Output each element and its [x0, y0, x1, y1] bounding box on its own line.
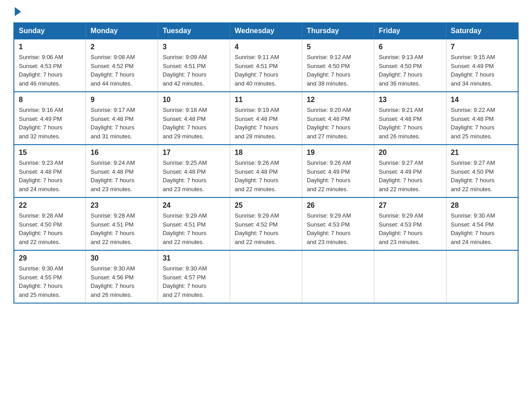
day-number: 25 — [235, 201, 297, 210]
day-number: 23 — [90, 201, 153, 210]
calendar-header-row: SundayMondayTuesdayWednesdayThursdayFrid… — [14, 23, 518, 39]
day-info: Sunrise: 9:18 AM Sunset: 4:48 PM Dayligh… — [163, 106, 225, 141]
calendar-cell: 22 Sunrise: 9:28 AM Sunset: 4:50 PM Dayl… — [14, 197, 86, 250]
day-number: 11 — [235, 96, 297, 104]
day-number: 24 — [163, 201, 225, 210]
day-number: 17 — [163, 149, 225, 157]
day-info: Sunrise: 9:26 AM Sunset: 4:48 PM Dayligh… — [235, 158, 297, 193]
day-info: Sunrise: 9:28 AM Sunset: 4:51 PM Dayligh… — [90, 211, 153, 246]
day-number: 29 — [19, 254, 81, 262]
day-info: Sunrise: 9:29 AM Sunset: 4:53 PM Dayligh… — [379, 211, 442, 246]
day-info: Sunrise: 9:16 AM Sunset: 4:49 PM Dayligh… — [19, 106, 81, 141]
calendar-cell: 12 Sunrise: 9:20 AM Sunset: 4:48 PM Dayl… — [302, 92, 374, 145]
day-info: Sunrise: 9:29 AM Sunset: 4:52 PM Dayligh… — [235, 211, 297, 246]
header-sunday: Sunday — [14, 23, 86, 39]
calendar-cell: 6 Sunrise: 9:13 AM Sunset: 4:50 PM Dayli… — [374, 39, 446, 92]
header-saturday: Saturday — [446, 23, 518, 39]
day-info: Sunrise: 9:30 AM Sunset: 4:56 PM Dayligh… — [90, 264, 153, 299]
day-info: Sunrise: 9:06 AM Sunset: 4:53 PM Dayligh… — [19, 53, 81, 88]
day-number: 8 — [19, 96, 81, 104]
calendar-cell — [446, 250, 518, 303]
header-tuesday: Tuesday — [158, 23, 230, 39]
calendar-cell: 4 Sunrise: 9:11 AM Sunset: 4:51 PM Dayli… — [230, 39, 302, 92]
calendar-cell: 19 Sunrise: 9:26 AM Sunset: 4:49 PM Dayl… — [302, 145, 374, 197]
week-row-2: 8 Sunrise: 9:16 AM Sunset: 4:49 PM Dayli… — [14, 92, 518, 145]
day-info: Sunrise: 9:11 AM Sunset: 4:51 PM Dayligh… — [235, 53, 297, 88]
day-number: 26 — [307, 201, 369, 210]
calendar-cell: 9 Sunrise: 9:17 AM Sunset: 4:48 PM Dayli… — [86, 92, 158, 145]
day-number: 19 — [307, 149, 369, 157]
day-number: 7 — [451, 43, 513, 51]
calendar-cell: 5 Sunrise: 9:12 AM Sunset: 4:50 PM Dayli… — [302, 39, 374, 92]
calendar-cell: 2 Sunrise: 9:08 AM Sunset: 4:52 PM Dayli… — [86, 39, 158, 92]
calendar-cell: 8 Sunrise: 9:16 AM Sunset: 4:49 PM Dayli… — [14, 92, 86, 145]
day-info: Sunrise: 9:22 AM Sunset: 4:48 PM Dayligh… — [451, 106, 513, 141]
day-info: Sunrise: 9:08 AM Sunset: 4:52 PM Dayligh… — [90, 53, 153, 88]
day-number: 27 — [379, 201, 442, 210]
calendar-cell: 31 Sunrise: 9:30 AM Sunset: 4:57 PM Dayl… — [158, 250, 230, 303]
header-thursday: Thursday — [302, 23, 374, 39]
day-number: 13 — [379, 96, 442, 104]
calendar-table: SundayMondayTuesdayWednesdayThursdayFrid… — [13, 22, 519, 304]
day-number: 14 — [451, 96, 513, 104]
day-number: 15 — [19, 149, 81, 157]
calendar-cell: 21 Sunrise: 9:27 AM Sunset: 4:50 PM Dayl… — [446, 145, 518, 197]
day-info: Sunrise: 9:19 AM Sunset: 4:48 PM Dayligh… — [235, 106, 297, 141]
calendar-cell: 27 Sunrise: 9:29 AM Sunset: 4:53 PM Dayl… — [374, 197, 446, 250]
day-info: Sunrise: 9:30 AM Sunset: 4:55 PM Dayligh… — [19, 264, 81, 299]
calendar-cell: 7 Sunrise: 9:15 AM Sunset: 4:49 PM Dayli… — [446, 39, 518, 92]
logo-arrow-icon — [15, 7, 21, 16]
day-number: 31 — [163, 254, 225, 262]
day-number: 16 — [90, 149, 153, 157]
logo — [13, 9, 21, 13]
day-number: 3 — [163, 43, 225, 51]
day-number: 18 — [235, 149, 297, 157]
day-number: 1 — [19, 43, 81, 51]
day-info: Sunrise: 9:23 AM Sunset: 4:48 PM Dayligh… — [19, 158, 81, 193]
calendar-cell: 13 Sunrise: 9:21 AM Sunset: 4:48 PM Dayl… — [374, 92, 446, 145]
day-info: Sunrise: 9:30 AM Sunset: 4:57 PM Dayligh… — [163, 264, 225, 299]
day-info: Sunrise: 9:21 AM Sunset: 4:48 PM Dayligh… — [379, 106, 442, 141]
calendar-cell: 3 Sunrise: 9:09 AM Sunset: 4:51 PM Dayli… — [158, 39, 230, 92]
day-info: Sunrise: 9:28 AM Sunset: 4:50 PM Dayligh… — [19, 211, 81, 246]
week-row-1: 1 Sunrise: 9:06 AM Sunset: 4:53 PM Dayli… — [14, 39, 518, 92]
calendar-cell: 15 Sunrise: 9:23 AM Sunset: 4:48 PM Dayl… — [14, 145, 86, 197]
day-number: 30 — [90, 254, 153, 262]
calendar-cell: 18 Sunrise: 9:26 AM Sunset: 4:48 PM Dayl… — [230, 145, 302, 197]
calendar-cell: 20 Sunrise: 9:27 AM Sunset: 4:49 PM Dayl… — [374, 145, 446, 197]
day-number: 5 — [307, 43, 369, 51]
calendar-cell: 29 Sunrise: 9:30 AM Sunset: 4:55 PM Dayl… — [14, 250, 86, 303]
calendar-cell — [374, 250, 446, 303]
calendar-cell: 10 Sunrise: 9:18 AM Sunset: 4:48 PM Dayl… — [158, 92, 230, 145]
day-number: 12 — [307, 96, 369, 104]
day-number: 20 — [379, 149, 442, 157]
week-row-5: 29 Sunrise: 9:30 AM Sunset: 4:55 PM Dayl… — [14, 250, 518, 303]
day-number: 2 — [90, 43, 153, 51]
day-number: 9 — [90, 96, 153, 104]
day-info: Sunrise: 9:29 AM Sunset: 4:53 PM Dayligh… — [307, 211, 369, 246]
day-info: Sunrise: 9:27 AM Sunset: 4:49 PM Dayligh… — [379, 158, 442, 193]
calendar-cell: 11 Sunrise: 9:19 AM Sunset: 4:48 PM Dayl… — [230, 92, 302, 145]
day-info: Sunrise: 9:13 AM Sunset: 4:50 PM Dayligh… — [379, 53, 442, 88]
calendar-cell: 1 Sunrise: 9:06 AM Sunset: 4:53 PM Dayli… — [14, 39, 86, 92]
day-number: 10 — [163, 96, 225, 104]
header-monday: Monday — [86, 23, 158, 39]
page-header — [13, 9, 519, 13]
calendar-cell — [302, 250, 374, 303]
day-info: Sunrise: 9:25 AM Sunset: 4:48 PM Dayligh… — [163, 158, 225, 193]
calendar-cell: 25 Sunrise: 9:29 AM Sunset: 4:52 PM Dayl… — [230, 197, 302, 250]
day-info: Sunrise: 9:15 AM Sunset: 4:49 PM Dayligh… — [451, 53, 513, 88]
calendar-cell: 24 Sunrise: 9:29 AM Sunset: 4:51 PM Dayl… — [158, 197, 230, 250]
day-info: Sunrise: 9:29 AM Sunset: 4:51 PM Dayligh… — [163, 211, 225, 246]
day-number: 4 — [235, 43, 297, 51]
day-info: Sunrise: 9:24 AM Sunset: 4:48 PM Dayligh… — [90, 158, 153, 193]
day-info: Sunrise: 9:17 AM Sunset: 4:48 PM Dayligh… — [90, 106, 153, 141]
calendar-cell: 16 Sunrise: 9:24 AM Sunset: 4:48 PM Dayl… — [86, 145, 158, 197]
day-info: Sunrise: 9:26 AM Sunset: 4:49 PM Dayligh… — [307, 158, 369, 193]
header-friday: Friday — [374, 23, 446, 39]
calendar-cell — [230, 250, 302, 303]
day-number: 22 — [19, 201, 81, 210]
calendar-cell: 28 Sunrise: 9:30 AM Sunset: 4:54 PM Dayl… — [446, 197, 518, 250]
day-info: Sunrise: 9:12 AM Sunset: 4:50 PM Dayligh… — [307, 53, 369, 88]
calendar-cell: 30 Sunrise: 9:30 AM Sunset: 4:56 PM Dayl… — [86, 250, 158, 303]
